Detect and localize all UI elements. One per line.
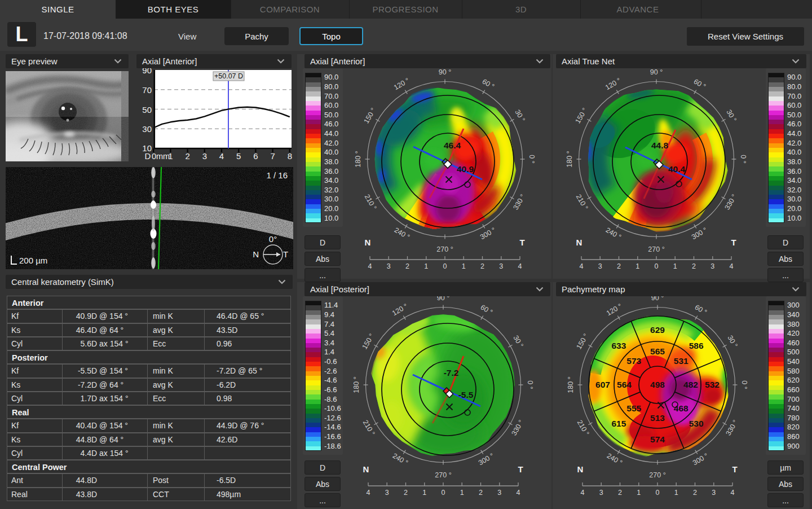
svg-text:46.4: 46.4 bbox=[444, 141, 461, 150]
svg-text:330 °: 330 ° bbox=[511, 193, 527, 211]
svg-text:90: 90 bbox=[142, 68, 152, 75]
svg-text:1: 1 bbox=[637, 489, 641, 497]
svg-text:0°: 0° bbox=[269, 234, 277, 244]
svg-text:90 °: 90 ° bbox=[650, 68, 663, 76]
svg-text:330 °: 330 ° bbox=[723, 193, 738, 211]
svg-text:90 °: 90 ° bbox=[439, 68, 451, 76]
svg-text:30 °: 30 ° bbox=[725, 108, 738, 123]
svg-text:180 °: 180 ° bbox=[354, 151, 362, 167]
svg-text:150 °: 150 ° bbox=[573, 107, 589, 125]
svg-text:270 °: 270 ° bbox=[436, 245, 453, 253]
svg-text:4: 4 bbox=[517, 489, 520, 497]
svg-text:4: 4 bbox=[368, 262, 372, 270]
svg-text:210 °: 210 ° bbox=[363, 193, 378, 211]
svg-text:N: N bbox=[253, 249, 259, 259]
svg-text:0 °: 0 ° bbox=[739, 155, 747, 163]
svg-text:2: 2 bbox=[404, 489, 408, 497]
svg-text:240 °: 240 ° bbox=[393, 226, 411, 241]
svg-text:3: 3 bbox=[385, 489, 389, 497]
svg-text:44.8: 44.8 bbox=[651, 141, 669, 150]
svg-text:0 °: 0 ° bbox=[528, 155, 536, 163]
svg-text:629: 629 bbox=[650, 325, 665, 335]
svg-text:60 °: 60 ° bbox=[479, 303, 494, 316]
svg-text:200 µm: 200 µm bbox=[19, 256, 47, 265]
svg-text:4: 4 bbox=[518, 262, 522, 270]
svg-text:565: 565 bbox=[650, 346, 665, 356]
svg-text:-5.5: -5.5 bbox=[458, 390, 474, 400]
svg-text:30: 30 bbox=[142, 124, 152, 134]
svg-text:1: 1 bbox=[673, 262, 677, 270]
svg-text:4: 4 bbox=[580, 262, 584, 270]
svg-text:0: 0 bbox=[656, 489, 660, 497]
svg-text:573: 573 bbox=[626, 356, 641, 366]
svg-text:3: 3 bbox=[712, 489, 716, 497]
svg-text:4: 4 bbox=[219, 151, 224, 161]
svg-text:3: 3 bbox=[202, 151, 207, 161]
svg-text:N: N bbox=[363, 464, 369, 474]
svg-text:2: 2 bbox=[693, 489, 697, 497]
svg-text:0 °: 0 ° bbox=[526, 380, 534, 389]
svg-text:T: T bbox=[732, 464, 737, 474]
svg-text:210 °: 210 ° bbox=[576, 419, 591, 437]
svg-text:2: 2 bbox=[405, 262, 409, 270]
svg-text:1: 1 bbox=[460, 489, 464, 497]
svg-text:150 °: 150 ° bbox=[575, 332, 590, 350]
svg-text:564: 564 bbox=[617, 380, 632, 389]
svg-text:3: 3 bbox=[499, 262, 503, 270]
svg-text:4: 4 bbox=[730, 262, 734, 270]
svg-text:50: 50 bbox=[142, 105, 152, 115]
svg-text:-7.2: -7.2 bbox=[444, 368, 459, 378]
svg-text:210 °: 210 ° bbox=[575, 193, 590, 211]
svg-text:2: 2 bbox=[479, 489, 483, 497]
svg-text:0: 0 bbox=[443, 262, 447, 270]
svg-text:8: 8 bbox=[288, 151, 292, 161]
svg-text:0: 0 bbox=[442, 489, 445, 497]
svg-text:180 °: 180 ° bbox=[566, 151, 573, 167]
svg-text:555: 555 bbox=[626, 403, 641, 413]
svg-text:60 °: 60 ° bbox=[481, 77, 496, 90]
svg-text:5: 5 bbox=[236, 151, 241, 161]
svg-text:N: N bbox=[577, 464, 584, 474]
svg-text:633: 633 bbox=[611, 341, 626, 350]
svg-text:120 °: 120 ° bbox=[391, 302, 409, 317]
svg-text:120 °: 120 ° bbox=[604, 76, 622, 91]
svg-text:574: 574 bbox=[650, 435, 665, 444]
svg-text:T: T bbox=[731, 238, 736, 247]
svg-text:270 °: 270 ° bbox=[649, 471, 665, 479]
svg-text:1: 1 bbox=[636, 262, 639, 270]
svg-text:6: 6 bbox=[253, 151, 258, 161]
svg-text:30 °: 30 ° bbox=[513, 108, 526, 123]
svg-text:607: 607 bbox=[595, 380, 610, 389]
svg-text:180 °: 180 ° bbox=[352, 376, 360, 393]
svg-text:0mm: 0mm bbox=[152, 152, 170, 161]
svg-text:120 °: 120 ° bbox=[392, 76, 411, 91]
svg-text:N: N bbox=[365, 238, 371, 247]
svg-text:1: 1 bbox=[424, 262, 428, 270]
svg-text:D: D bbox=[145, 151, 151, 161]
svg-text:300 °: 300 ° bbox=[690, 226, 708, 241]
svg-text:4: 4 bbox=[367, 489, 370, 497]
svg-text:90 °: 90 ° bbox=[437, 296, 449, 302]
svg-text:330 °: 330 ° bbox=[510, 419, 525, 437]
svg-text:2: 2 bbox=[618, 489, 622, 497]
svg-text:300 °: 300 ° bbox=[691, 451, 709, 467]
svg-text:270 °: 270 ° bbox=[435, 471, 451, 479]
svg-text:150 °: 150 ° bbox=[360, 332, 376, 350]
svg-text:T: T bbox=[283, 249, 288, 259]
svg-text:2: 2 bbox=[617, 262, 621, 270]
svg-text:2: 2 bbox=[692, 262, 696, 270]
svg-text:1: 1 bbox=[462, 262, 466, 270]
svg-text:3: 3 bbox=[598, 262, 602, 270]
svg-text:586: 586 bbox=[689, 341, 704, 350]
svg-text:513: 513 bbox=[650, 413, 665, 423]
svg-text:240 °: 240 ° bbox=[606, 451, 624, 467]
svg-text:532: 532 bbox=[705, 380, 720, 389]
svg-text:240 °: 240 ° bbox=[604, 226, 623, 241]
svg-text:3: 3 bbox=[599, 489, 603, 497]
svg-text:2: 2 bbox=[480, 262, 484, 270]
svg-text:4: 4 bbox=[581, 489, 585, 497]
svg-text:330 °: 330 ° bbox=[724, 419, 739, 437]
svg-text:3: 3 bbox=[387, 262, 391, 270]
svg-text:40.4: 40.4 bbox=[668, 164, 686, 174]
svg-text:90 °: 90 ° bbox=[651, 296, 664, 302]
